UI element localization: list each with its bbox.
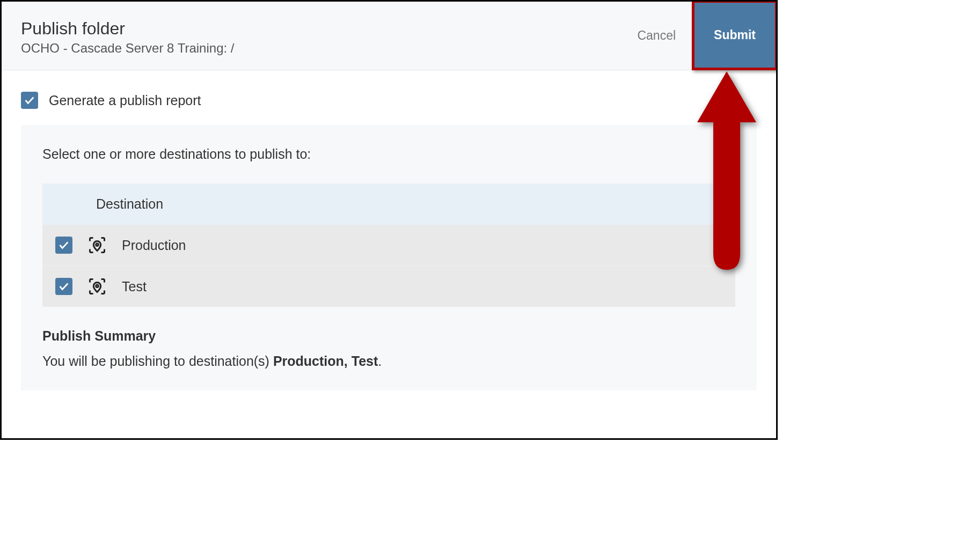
- dialog-content: Generate a publish report Select one or …: [2, 70, 776, 412]
- table-row: Production: [42, 225, 735, 266]
- destination-target-icon: [87, 277, 107, 296]
- check-icon: [58, 281, 70, 292]
- publish-folder-dialog: Publish folder OCHO - Cascade Server 8 T…: [0, 0, 778, 440]
- destinations-prompt: Select one or more destinations to publi…: [42, 146, 735, 162]
- destination-label: Production: [122, 238, 186, 253]
- dialog-subtitle: OCHO - Cascade Server 8 Training: /: [21, 41, 234, 56]
- generate-report-row: Generate a publish report: [21, 92, 757, 109]
- publish-summary-title: Publish Summary: [42, 328, 735, 344]
- destinations-section: Select one or more destinations to publi…: [21, 125, 757, 390]
- destination-checkbox-production[interactable]: [55, 237, 72, 254]
- generate-report-checkbox[interactable]: [21, 92, 38, 109]
- dialog-title: Publish folder: [21, 19, 234, 39]
- summary-destinations: Production, Test: [273, 353, 378, 369]
- publish-summary-section: Publish Summary You will be publishing t…: [42, 328, 735, 369]
- destination-target-icon: [87, 235, 107, 255]
- cancel-button[interactable]: Cancel: [621, 2, 692, 70]
- destinations-column-header: Destination: [42, 183, 735, 225]
- check-icon: [24, 94, 35, 106]
- publish-summary-text: You will be publishing to destination(s)…: [42, 353, 735, 369]
- destinations-table: Destination: [42, 183, 735, 307]
- svg-point-1: [96, 285, 99, 288]
- header-actions: Cancel Submit: [621, 2, 776, 70]
- generate-report-label: Generate a publish report: [49, 93, 201, 108]
- header-text-block: Publish folder OCHO - Cascade Server 8 T…: [2, 2, 234, 70]
- table-row: Test: [42, 266, 735, 307]
- destination-label: Test: [122, 279, 147, 294]
- check-icon: [58, 239, 70, 251]
- dialog-header: Publish folder OCHO - Cascade Server 8 T…: [2, 2, 776, 70]
- destination-checkbox-test[interactable]: [55, 278, 72, 295]
- submit-button[interactable]: Submit: [692, 0, 778, 70]
- svg-point-0: [96, 244, 99, 246]
- summary-suffix: .: [378, 353, 382, 369]
- summary-prefix: You will be publishing to destination(s): [42, 353, 273, 369]
